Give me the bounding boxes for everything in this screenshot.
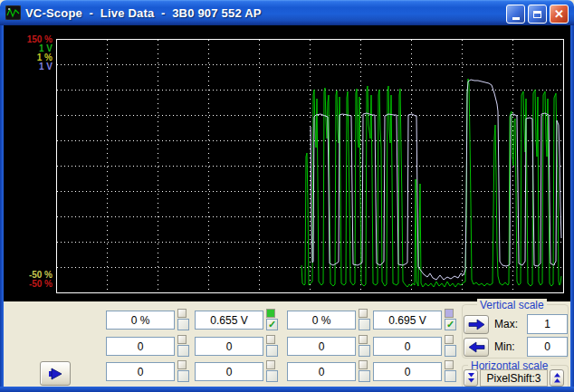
pixelshift-decrease-button[interactable] [464,369,478,387]
measurement-value-field: 0.655 V [195,311,263,330]
close-icon: ✕ [554,8,564,20]
channel-color-swatch [359,309,368,318]
vc-scope-window: VC-Scope - Live Data - 3B0 907 552 AP ✕ … [0,0,574,392]
scale-labels-bottom: -50 %-50 % [4,271,53,289]
window-border-bottom [0,387,574,392]
close-button[interactable]: ✕ [550,5,569,24]
measurement-value-field: 0 [195,362,263,381]
axis-scale-label: -50 % [4,280,53,289]
channel-color-swatch [445,360,454,369]
channel-enable-checkbox[interactable] [266,370,278,382]
channel-color-swatch [445,335,454,344]
arrow-left-icon [468,341,485,353]
min-input[interactable] [527,337,568,357]
min-label: Min: [494,340,515,353]
channel-enable-checkbox[interactable] [445,345,456,357]
measurement-value-field: 0 [287,362,356,381]
maximize-button[interactable] [528,5,547,24]
double-down-arrow-icon [467,372,475,384]
plot-border [57,40,564,293]
channel-color-swatch [359,335,368,344]
channel-color-swatch [266,360,275,369]
scale-labels-top: 150 %1 V1 %1 V [4,35,53,72]
window-border-right [570,25,574,392]
measurement-value-field: 0 [287,337,356,356]
measurement-value-field: 0.695 V [373,311,442,330]
pixelshift-increase-button[interactable] [550,369,564,387]
channel-enable-checkbox[interactable] [359,319,370,330]
measurement-value-field: 0 [106,337,175,356]
maximize-icon [533,11,541,18]
axis-scale-label: 1 V [4,62,53,72]
channel-enable-checkbox[interactable]: ✓ [266,319,278,330]
measurement-value-field: 0 [373,362,442,381]
play-icon [48,368,62,380]
channel-enable-checkbox[interactable] [177,345,189,357]
channel-enable-checkbox[interactable]: ✓ [445,319,456,330]
channel-color-swatch [177,335,187,344]
channel-color-swatch [266,335,275,344]
scope-display: 150 %1 V1 %1 V -50 %-50 % [4,25,570,301]
measurement-value-field: 0 % [106,311,175,330]
measurement-value-field: 0 [106,362,175,381]
channel-enable-checkbox[interactable] [266,345,278,357]
pixelshift-value: PixelShift:3 [480,369,548,387]
max-input[interactable] [527,314,568,334]
scope-plot [56,39,564,293]
arrow-right-icon [468,319,485,330]
title-bar[interactable]: VC-Scope - Live Data - 3B0 907 552 AP ✕ [0,0,574,25]
double-up-arrow-icon [553,372,561,384]
channel-color-swatch [177,360,187,369]
channel-enable-checkbox[interactable] [359,345,370,357]
scale-shift-left-button[interactable] [464,338,489,357]
control-panel: 0 %0.655 V✓0 %0.695 V✓00000000 Vertical … [4,301,570,387]
measurement-value-field: 0 [373,337,442,356]
channel-color-swatch [177,309,187,318]
scope-trace-green [301,79,561,287]
channel-color-swatch [266,309,275,318]
scale-shift-right-button[interactable] [464,315,489,334]
max-label: Max: [494,318,518,330]
channel-enable-checkbox[interactable] [359,370,370,382]
vertical-scale-title: Vertical scale [477,299,547,311]
minimize-icon [512,17,520,20]
measurement-value-field: 0 [195,337,263,356]
window-title: VC-Scope - Live Data - 3B0 907 552 AP [25,6,262,20]
channel-enable-checkbox[interactable] [445,370,456,382]
channel-enable-checkbox[interactable] [177,319,189,330]
measurement-value-field: 0 % [287,311,356,330]
play-button[interactable] [40,361,71,386]
minimize-button[interactable] [506,5,525,24]
channel-color-swatch [445,309,454,318]
channel-color-swatch [359,360,368,369]
channel-enable-checkbox[interactable] [177,370,189,382]
app-scope-icon [5,5,21,20]
